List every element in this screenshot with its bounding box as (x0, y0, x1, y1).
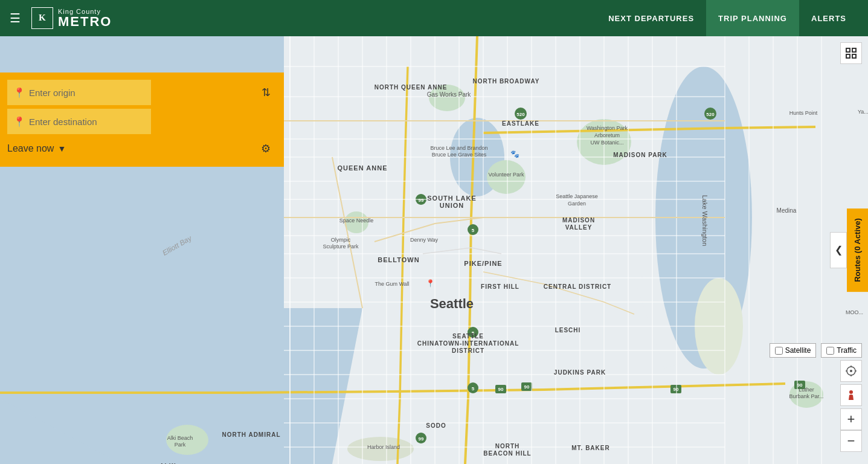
svg-text:MADISON PARK: MADISON PARK (613, 152, 667, 158)
logo-text: King County METRO (58, 8, 112, 28)
svg-text:5: 5 (472, 228, 475, 233)
svg-text:The Gum Wall: The Gum Wall (375, 281, 409, 287)
satellite-label: Satellite (785, 346, 811, 355)
svg-text:NORTH QUEEN ANNE: NORTH QUEEN ANNE (375, 84, 448, 91)
destination-input[interactable] (7, 109, 151, 134)
hamburger-menu[interactable]: ☰ (10, 11, 21, 25)
traffic-checkbox[interactable] (826, 347, 834, 355)
destination-pin-icon: 📍 (13, 116, 25, 127)
svg-text:5: 5 (472, 386, 475, 392)
logo-area: ☰ K King County METRO (10, 7, 596, 29)
dropdown-arrow-icon: ▼ (57, 144, 66, 153)
svg-text:NORTH: NORTH (495, 443, 520, 450)
fullscreen-button[interactable] (840, 42, 862, 64)
satellite-option[interactable]: Satellite (770, 343, 817, 358)
svg-rect-134 (846, 48, 850, 52)
svg-text:BELLTOWN: BELLTOWN (378, 256, 419, 263)
map[interactable]: 520 520 5 5 5 99 99 90 90 90 90 (0, 36, 868, 464)
traffic-label: Traffic (837, 346, 857, 355)
svg-text:Lake Washington: Lake Washington (701, 195, 709, 246)
svg-text:CHINATOWN-INTERNATIONAL: CHINATOWN-INTERNATIONAL (417, 340, 519, 347)
routes-chevron-button[interactable]: ❮ (830, 232, 847, 268)
svg-text:EASTLAKE: EASTLAKE (502, 120, 539, 127)
locate-button[interactable] (840, 360, 862, 382)
svg-text:Harbor Island: Harbor Island (367, 444, 400, 450)
svg-rect-136 (846, 54, 850, 58)
svg-text:Medina: Medina (777, 207, 797, 214)
svg-text:Seattle: Seattle (430, 296, 474, 311)
svg-text:UW Botanic...: UW Botanic... (590, 140, 623, 146)
svg-text:90: 90 (498, 387, 504, 392)
svg-text:Washington Park: Washington Park (587, 125, 628, 131)
origin-wrapper: 📍 (7, 80, 252, 105)
svg-text:Denny Way: Denny Way (410, 237, 439, 243)
origin-row: 📍 ⇅ (7, 80, 277, 105)
svg-text:Bruce Lee and Brandon: Bruce Lee and Brandon (430, 145, 487, 151)
fullscreen-icon (846, 48, 857, 59)
svg-text:K: K (39, 13, 46, 22)
trip-planner-panel: 📍 ⇅ 📍 Leave now ▼ ⚙ (0, 72, 284, 167)
metro-label: METRO (58, 15, 112, 28)
routes-tab-label: Routes (0 Active) (853, 218, 862, 282)
svg-text:SOUTH LAKE: SOUTH LAKE (427, 195, 477, 202)
street-view-icon (845, 389, 857, 401)
svg-text:Space Needle: Space Needle (339, 218, 374, 224)
svg-text:Garden: Garden (568, 201, 586, 207)
locate-icon (845, 365, 857, 377)
svg-text:520: 520 (706, 112, 715, 117)
svg-text:NORTH ADMIRAL: NORTH ADMIRAL (222, 431, 280, 438)
zoom-controls: + − (840, 408, 862, 452)
leave-now-dropdown[interactable]: Leave now ▼ (7, 143, 66, 154)
svg-text:🐾: 🐾 (510, 149, 519, 158)
svg-text:BEACON HILL: BEACON HILL (483, 450, 531, 457)
header: ☰ K King County METRO NEXT DEPARTURES TR… (0, 0, 868, 36)
svg-text:📍: 📍 (426, 279, 435, 288)
bottom-right-controls: Satellite Traffic (770, 343, 862, 452)
origin-pin-icon: 📍 (13, 87, 25, 98)
svg-text:LESCHI: LESCHI (555, 327, 581, 334)
chevron-left-icon: ❮ (835, 245, 843, 256)
svg-text:90: 90 (524, 384, 530, 390)
svg-text:90: 90 (674, 387, 679, 392)
zoom-out-button[interactable]: − (840, 430, 862, 452)
svg-text:CENTRAL DISTRICT: CENTRAL DISTRICT (544, 283, 611, 290)
svg-text:Bruce Lee Grave Sites: Bruce Lee Grave Sites (432, 152, 487, 158)
swap-button[interactable]: ⇅ (255, 82, 277, 103)
routes-tab[interactable]: Routes (0 Active) (847, 208, 868, 292)
svg-text:DISTRICT: DISTRICT (452, 347, 484, 354)
svg-text:Park: Park (175, 442, 186, 448)
satellite-checkbox[interactable] (775, 347, 783, 355)
leave-now-label: Leave now (7, 143, 54, 154)
svg-rect-135 (852, 48, 856, 52)
destination-wrapper: 📍 (7, 109, 277, 134)
svg-text:UNION: UNION (440, 202, 464, 209)
svg-text:Alki Beach: Alki Beach (167, 435, 193, 441)
destination-row: 📍 (7, 109, 277, 134)
nav-alerts[interactable]: ALERTS (799, 0, 858, 36)
svg-text:FIRST HILL: FIRST HILL (481, 283, 519, 290)
svg-rect-137 (852, 54, 856, 58)
nav-next-departures[interactable]: NEXT DEPARTURES (596, 0, 706, 36)
king-county-logo-icon: K (32, 8, 53, 28)
svg-text:Ya...: Ya... (858, 109, 868, 115)
zoom-in-button[interactable]: + (840, 408, 862, 430)
svg-text:MADISON: MADISON (562, 217, 595, 224)
svg-text:MT. BAKER: MT. BAKER (571, 445, 609, 451)
svg-text:PIKE/PINE: PIKE/PINE (464, 260, 502, 267)
svg-text:SEATTLE: SEATTLE (452, 333, 484, 340)
svg-text:JUDKINS PARK: JUDKINS PARK (554, 369, 606, 376)
settings-button[interactable]: ⚙ (255, 138, 277, 160)
routes-tab-container: ❮ Routes (0 Active) (830, 208, 868, 292)
svg-text:Sculpture Park: Sculpture Park (323, 243, 359, 250)
svg-text:Gas Works Park: Gas Works Park (427, 91, 472, 98)
traffic-option[interactable]: Traffic (821, 343, 862, 358)
svg-text:Arboretum: Arboretum (594, 132, 620, 138)
street-view-button[interactable] (840, 384, 862, 406)
svg-text:Volunteer Park: Volunteer Park (488, 172, 524, 178)
svg-text:Olympic: Olympic (331, 237, 351, 243)
origin-input[interactable] (7, 80, 151, 105)
nav-trip-planning[interactable]: TRIP PLANNING (706, 0, 799, 36)
svg-text:99: 99 (419, 198, 424, 203)
map-top-controls (840, 42, 862, 64)
svg-text:VALLEY: VALLEY (565, 224, 593, 231)
